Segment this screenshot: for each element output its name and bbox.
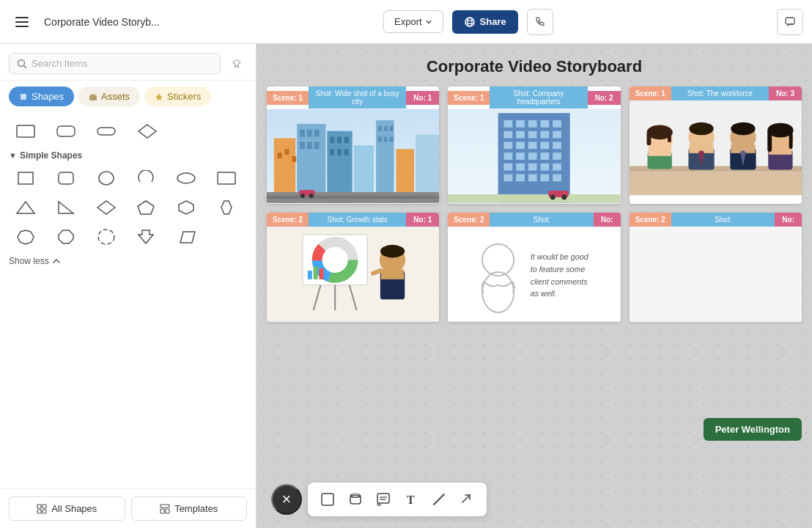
shape-triangle[interactable] <box>9 194 43 221</box>
shape-heptagon[interactable] <box>9 224 43 250</box>
svg-rect-151 <box>448 227 620 320</box>
svg-rect-76 <box>528 120 537 128</box>
cylinder-icon <box>348 492 363 507</box>
shape-hexagon-v[interactable] <box>210 194 243 221</box>
svg-marker-29 <box>139 230 153 243</box>
svg-rect-63 <box>384 137 388 142</box>
section-toggle[interactable]: ▼ <box>9 151 17 160</box>
storyboard-card-2[interactable]: Scene: 1 Shot: Company headquarters No: … <box>448 87 620 204</box>
search-input[interactable] <box>32 58 213 69</box>
shape-circle[interactable] <box>89 165 123 191</box>
svg-rect-40 <box>278 153 282 158</box>
shape-square[interactable] <box>9 165 43 191</box>
shape-hexagon-h[interactable] <box>169 194 203 221</box>
shape-nonagon[interactable] <box>89 224 123 250</box>
line-tool-button[interactable] <box>427 487 451 512</box>
card-header-3: Scene: 1 Shot: The workforce No: 3 <box>630 87 802 100</box>
call-button[interactable] <box>527 9 553 35</box>
svg-rect-12 <box>57 126 75 136</box>
storyboard-card-3[interactable]: Scene: 1 Shot: The workforce No: 3 <box>630 87 802 204</box>
storyboard-card-1[interactable]: Scene: 1 Shot: Wide shot of a busy city … <box>267 87 439 204</box>
svg-marker-21 <box>59 202 73 213</box>
card-image-1 <box>267 109 439 204</box>
search-icon <box>17 59 27 69</box>
shape-rounded-rect[interactable] <box>49 118 83 144</box>
svg-rect-98 <box>553 164 561 171</box>
svg-point-106 <box>550 194 556 199</box>
cylinder-tool-button[interactable] <box>343 487 368 512</box>
export-button[interactable]: Export <box>383 10 443 33</box>
shape-arc[interactable] <box>129 165 163 191</box>
line-icon <box>432 492 446 507</box>
menu-button[interactable] <box>9 9 35 35</box>
svg-rect-90 <box>516 153 525 160</box>
shot-tag-5: Shot: <box>490 213 594 227</box>
svg-marker-30 <box>180 232 195 243</box>
shape-arrow-down[interactable] <box>129 224 163 250</box>
shape-rect[interactable] <box>9 118 43 144</box>
tab-stickers[interactable]: Stickers <box>144 87 211 106</box>
svg-rect-94 <box>504 164 513 171</box>
all-shapes-button[interactable]: All Shapes <box>9 496 125 521</box>
svg-line-6 <box>24 65 26 67</box>
arrow-icon <box>459 492 474 507</box>
shape-parallelogram[interactable] <box>169 224 203 250</box>
storyboard-card-5[interactable]: Scene: 2 Shot: No: It <box>448 213 620 322</box>
svg-rect-46 <box>314 130 320 137</box>
frame-tool-button[interactable] <box>315 487 340 512</box>
tab-shapes[interactable]: Shapes <box>9 87 74 106</box>
note-tool-button[interactable] <box>371 487 396 512</box>
scene-tag-1: Scene: 1 <box>267 91 309 105</box>
shape-round-square[interactable] <box>49 165 83 191</box>
svg-rect-102 <box>541 175 550 182</box>
svg-point-126 <box>731 122 755 136</box>
svg-rect-84 <box>504 142 513 149</box>
shape-ellipse[interactable] <box>169 165 203 191</box>
tab-assets[interactable]: Assets <box>78 87 140 106</box>
close-button[interactable]: × <box>271 484 302 515</box>
svg-rect-8 <box>89 95 97 100</box>
svg-rect-32 <box>43 505 46 508</box>
sidebar: Shapes Assets Stickers <box>0 44 256 528</box>
comment-button[interactable] <box>777 9 803 35</box>
svg-rect-93 <box>553 153 561 160</box>
svg-rect-68 <box>267 196 439 199</box>
svg-marker-27 <box>59 230 73 243</box>
svg-point-107 <box>562 194 567 199</box>
show-less-button[interactable]: Show less <box>9 256 247 266</box>
storyboard-card-4[interactable]: Scene: 2 Shot: Growth stats No: 1 <box>267 213 439 322</box>
svg-rect-33 <box>37 510 41 513</box>
svg-rect-161 <box>377 494 389 503</box>
shape-rect-outline[interactable] <box>210 165 243 191</box>
search-area <box>0 44 256 81</box>
text-tool-button[interactable]: T <box>399 487 424 512</box>
scene-tag-6: Scene: 2 <box>630 213 671 227</box>
globe-icon <box>464 16 476 28</box>
svg-marker-22 <box>97 201 115 214</box>
storyboard-card-6[interactable]: Scene: 2 Shot: No: <box>630 213 802 322</box>
svg-rect-79 <box>504 131 513 139</box>
shape-right-triangle[interactable] <box>49 194 83 221</box>
svg-rect-99 <box>504 175 513 182</box>
share-button[interactable]: Share <box>452 10 518 34</box>
shape-stadium[interactable] <box>89 118 123 144</box>
pin-button[interactable] <box>226 54 247 74</box>
svg-rect-83 <box>553 131 561 139</box>
shot-tag-1: Shot: Wide shot of a busy city <box>309 87 406 109</box>
canvas-title: Corporate Video Storyboard <box>256 57 812 76</box>
chevron-down-icon <box>425 18 432 26</box>
svg-text:to feature some: to feature some <box>531 265 586 274</box>
shape-pentagon[interactable] <box>129 194 163 221</box>
shape-diamond[interactable] <box>130 118 164 144</box>
shape-diamond2[interactable] <box>89 194 123 221</box>
shape-octagon[interactable] <box>49 224 83 250</box>
svg-rect-19 <box>218 172 235 184</box>
shot-tag-4: Shot: Growth stats <box>309 213 406 227</box>
templates-button[interactable]: Templates <box>131 496 248 521</box>
card-header-2: Scene: 1 Shot: Company headquarters No: … <box>448 87 620 109</box>
svg-rect-148 <box>381 269 404 279</box>
card-image-2 <box>448 109 620 204</box>
arrow-tool-button[interactable] <box>454 487 479 512</box>
svg-point-28 <box>98 230 114 244</box>
svg-rect-97 <box>541 164 550 171</box>
